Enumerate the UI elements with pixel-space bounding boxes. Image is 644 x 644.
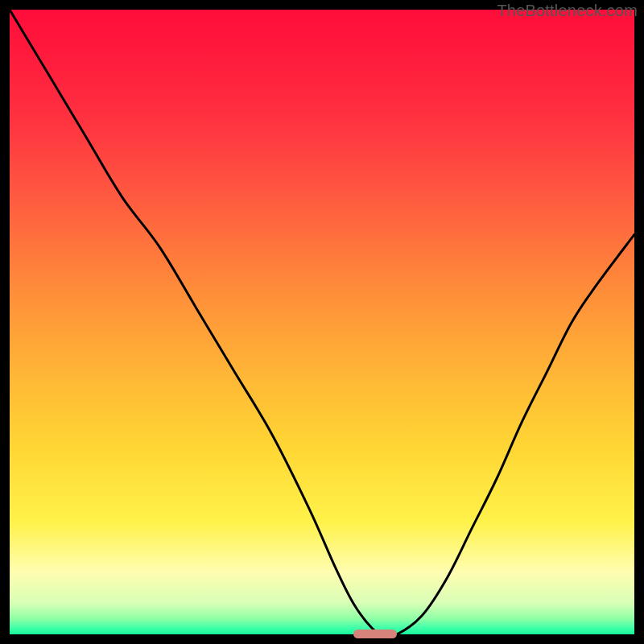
watermark-text: TheBottleneck.com [497, 2, 638, 20]
optimal-range-marker [353, 630, 397, 638]
chart-frame: TheBottleneck.com [0, 0, 644, 644]
bottleneck-curve [10, 10, 634, 634]
plot-area [10, 10, 634, 634]
